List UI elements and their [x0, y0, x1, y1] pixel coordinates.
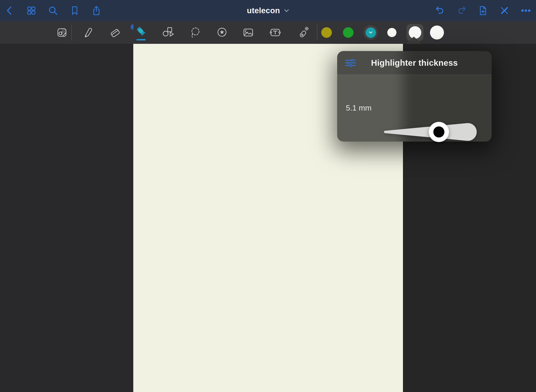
- more-options-button[interactable]: [521, 5, 531, 16]
- toolbar-divider-colors: [317, 25, 317, 40]
- search-button[interactable]: [48, 5, 58, 16]
- text-icon: [269, 26, 281, 39]
- editing-mode-toggle-button[interactable]: [499, 5, 510, 16]
- search-icon: [48, 5, 58, 16]
- color-swatch-yellow[interactable]: [321, 27, 332, 38]
- tool-image[interactable]: [241, 25, 255, 40]
- color-swatch-teal-fill: [366, 27, 376, 38]
- elements-sticker-icon: [216, 26, 228, 39]
- thickness-value-label: 5.1 mm: [346, 104, 372, 112]
- add-page-button[interactable]: [478, 5, 488, 16]
- tool-elements[interactable]: [215, 25, 229, 40]
- topbar-left-actions: [4, 0, 102, 21]
- selected-tool-underline: [136, 39, 146, 40]
- undo-button[interactable]: [435, 5, 445, 16]
- popover-title: Highlighter thickness: [337, 58, 492, 68]
- drawing-toolbar: [0, 21, 536, 44]
- tool-pan-mode[interactable]: [55, 25, 69, 40]
- top-navigation-bar: utelecon: [0, 0, 536, 21]
- redo-button[interactable]: [456, 5, 467, 16]
- pen-icon: [82, 26, 94, 39]
- share-button[interactable]: [91, 5, 102, 16]
- popover-arrow: [406, 37, 422, 44]
- bluetooth-icon: [130, 24, 134, 30]
- pages-overview-button[interactable]: [26, 5, 37, 16]
- highlighter-thickness-popover: Highlighter thickness 5.1 mm: [337, 51, 492, 142]
- tool-lasso[interactable]: [188, 25, 203, 40]
- pan-mode-icon: [56, 26, 68, 39]
- toolbar-divider: [71, 25, 72, 40]
- topbar-right-actions: [435, 0, 531, 21]
- redo-icon: [456, 5, 467, 16]
- add-page-icon: [478, 5, 488, 16]
- ellipsis-icon: [521, 5, 531, 16]
- tool-pen[interactable]: [81, 25, 95, 40]
- tool-shapes[interactable]: [161, 25, 175, 40]
- laser-pointer-icon: [297, 26, 310, 39]
- color-swatch-teal-selected[interactable]: [363, 25, 378, 40]
- undo-icon: [435, 5, 445, 16]
- document-title[interactable]: utelecon: [247, 6, 280, 15]
- tool-text[interactable]: [268, 25, 282, 40]
- tool-laser-pointer[interactable]: [296, 25, 311, 40]
- tool-highlighter-selected[interactable]: [134, 25, 148, 40]
- thickness-preset-small[interactable]: [387, 28, 396, 37]
- popover-header: Highlighter thickness: [337, 51, 492, 75]
- app-window: utelecon: [0, 0, 536, 392]
- shapes-icon: [162, 26, 174, 39]
- chevron-down-icon[interactable]: [284, 9, 289, 13]
- color-swatch-green[interactable]: [343, 27, 354, 38]
- back-button[interactable]: [4, 5, 15, 16]
- lasso-icon: [189, 26, 202, 39]
- thickness-slider-track[interactable]: [384, 122, 477, 142]
- grid-view-icon: [26, 5, 37, 16]
- eraser-icon: [109, 26, 121, 39]
- thickness-slider-row: 5.1 mm: [337, 75, 492, 142]
- highlighter-icon: [135, 26, 147, 39]
- image-icon: [242, 26, 255, 39]
- chevron-left-icon: [4, 5, 15, 16]
- chevron-down-icon: [369, 31, 373, 34]
- pen-crossed-icon: [499, 5, 510, 16]
- share-icon: [91, 5, 102, 16]
- bookmark-button[interactable]: [69, 5, 80, 16]
- tool-eraser[interactable]: [108, 25, 122, 40]
- slider-knob-core: [433, 126, 444, 137]
- bookmark-icon: [69, 5, 80, 16]
- slider-knob[interactable]: [429, 122, 449, 142]
- thickness-preset-large[interactable]: [430, 26, 444, 39]
